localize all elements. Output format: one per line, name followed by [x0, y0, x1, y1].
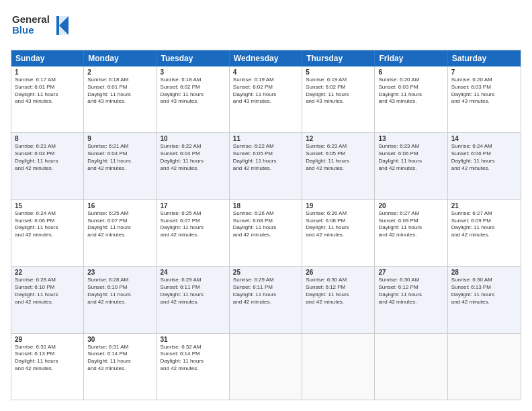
day-number: 9 [87, 135, 152, 142]
page: General Blue SundayMondayTuesdayWednesda… [0, 0, 532, 411]
day-info: Sunrise: 6:19 AMSunset: 6:02 PMDaylight:… [306, 77, 371, 105]
day-info: Sunrise: 6:20 AMSunset: 6:03 PMDaylight:… [378, 77, 443, 105]
day-number: 3 [161, 68, 226, 76]
day-cell-18: 18Sunrise: 6:26 AMSunset: 6:08 PMDayligh… [230, 200, 302, 266]
calendar-row-3: 15Sunrise: 6:24 AMSunset: 6:06 PMDayligh… [11, 200, 521, 267]
day-info: Sunrise: 6:22 AMSunset: 6:04 PMDaylight:… [161, 143, 226, 172]
day-number: 25 [233, 269, 298, 276]
day-number: 30 [87, 336, 152, 343]
day-number: 14 [451, 135, 517, 142]
day-number: 17 [161, 202, 226, 210]
calendar-row-1: 1Sunrise: 6:17 AMSunset: 6:01 PMDaylight… [11, 66, 521, 133]
day-cell-26: 26Sunrise: 6:30 AMSunset: 6:12 PMDayligh… [302, 267, 375, 332]
day-info: Sunrise: 6:31 AMSunset: 6:14 PMDaylight:… [87, 344, 152, 373]
day-info: Sunrise: 6:30 AMSunset: 6:13 PMDaylight:… [451, 277, 517, 306]
day-number: 7 [451, 68, 517, 76]
day-number: 16 [87, 202, 152, 210]
day-info: Sunrise: 6:24 AMSunset: 6:06 PMDaylight:… [451, 143, 517, 172]
calendar-row-5: 29Sunrise: 6:31 AMSunset: 6:13 PMDayligh… [11, 334, 521, 400]
day-cell-14: 14Sunrise: 6:24 AMSunset: 6:06 PMDayligh… [448, 133, 521, 199]
day-info: Sunrise: 6:21 AMSunset: 6:03 PMDaylight:… [15, 143, 80, 172]
day-info: Sunrise: 6:28 AMSunset: 6:10 PMDaylight:… [15, 277, 80, 306]
calendar-body: 1Sunrise: 6:17 AMSunset: 6:01 PMDaylight… [11, 66, 521, 400]
day-cell-30: 30Sunrise: 6:31 AMSunset: 6:14 PMDayligh… [84, 334, 157, 400]
day-number: 28 [451, 269, 517, 276]
day-info: Sunrise: 6:27 AMSunset: 6:09 PMDaylight:… [378, 210, 443, 239]
day-number: 2 [87, 68, 152, 76]
day-info: Sunrise: 6:30 AMSunset: 6:12 PMDaylight:… [378, 277, 443, 306]
day-cell-21: 21Sunrise: 6:27 AMSunset: 6:09 PMDayligh… [448, 200, 521, 266]
day-cell-13: 13Sunrise: 6:23 AMSunset: 6:06 PMDayligh… [375, 133, 447, 199]
day-cell-2: 2Sunrise: 6:18 AMSunset: 6:01 PMDaylight… [84, 66, 157, 132]
day-info: Sunrise: 6:21 AMSunset: 6:04 PMDaylight:… [87, 143, 152, 172]
day-cell-19: 19Sunrise: 6:26 AMSunset: 6:08 PMDayligh… [302, 200, 375, 266]
day-cell-15: 15Sunrise: 6:24 AMSunset: 6:06 PMDayligh… [11, 200, 84, 266]
day-cell-27: 27Sunrise: 6:30 AMSunset: 6:12 PMDayligh… [375, 267, 447, 332]
logo-content: General Blue [11, 11, 71, 43]
day-info: Sunrise: 6:32 AMSunset: 6:14 PMDaylight:… [161, 344, 226, 373]
svg-text:General: General [12, 13, 50, 25]
empty-cell-r4c6 [448, 334, 521, 400]
day-number: 23 [87, 269, 152, 276]
day-info: Sunrise: 6:23 AMSunset: 6:05 PMDaylight:… [306, 143, 371, 172]
calendar-row-2: 8Sunrise: 6:21 AMSunset: 6:03 PMDaylight… [11, 133, 521, 199]
day-number: 8 [15, 135, 80, 142]
day-info: Sunrise: 6:31 AMSunset: 6:13 PMDaylight:… [15, 344, 80, 373]
day-number: 10 [161, 135, 226, 142]
day-number: 31 [161, 336, 226, 343]
day-number: 26 [306, 269, 371, 276]
day-cell-7: 7Sunrise: 6:20 AMSunset: 6:03 PMDaylight… [448, 66, 521, 132]
empty-cell-r4c3 [230, 334, 302, 400]
weekday-header-thursday: Thursday [302, 50, 375, 66]
day-number: 21 [451, 202, 517, 210]
day-cell-1: 1Sunrise: 6:17 AMSunset: 6:01 PMDaylight… [11, 66, 84, 132]
logo: General Blue [11, 11, 71, 43]
day-info: Sunrise: 6:26 AMSunset: 6:08 PMDaylight:… [306, 210, 371, 239]
weekday-header-sunday: Sunday [11, 50, 84, 66]
day-number: 12 [306, 135, 371, 142]
day-cell-6: 6Sunrise: 6:20 AMSunset: 6:03 PMDaylight… [375, 66, 447, 132]
day-cell-25: 25Sunrise: 6:29 AMSunset: 6:11 PMDayligh… [230, 267, 302, 332]
day-number: 13 [378, 135, 443, 142]
day-info: Sunrise: 6:18 AMSunset: 6:01 PMDaylight:… [87, 77, 152, 105]
day-cell-11: 11Sunrise: 6:22 AMSunset: 6:05 PMDayligh… [230, 133, 302, 199]
day-cell-5: 5Sunrise: 6:19 AMSunset: 6:02 PMDaylight… [302, 66, 375, 132]
day-info: Sunrise: 6:22 AMSunset: 6:05 PMDaylight:… [233, 143, 298, 172]
day-number: 20 [378, 202, 443, 210]
weekday-header-monday: Monday [84, 50, 157, 66]
calendar-header: SundayMondayTuesdayWednesdayThursdayFrid… [11, 50, 521, 66]
day-info: Sunrise: 6:23 AMSunset: 6:06 PMDaylight:… [378, 143, 443, 172]
day-number: 19 [306, 202, 371, 210]
day-info: Sunrise: 6:26 AMSunset: 6:08 PMDaylight:… [233, 210, 298, 239]
day-cell-31: 31Sunrise: 6:32 AMSunset: 6:14 PMDayligh… [157, 334, 230, 400]
weekday-header-wednesday: Wednesday [230, 50, 302, 66]
day-info: Sunrise: 6:29 AMSunset: 6:11 PMDaylight:… [161, 277, 226, 306]
day-cell-16: 16Sunrise: 6:25 AMSunset: 6:07 PMDayligh… [84, 200, 157, 266]
day-info: Sunrise: 6:27 AMSunset: 6:09 PMDaylight:… [451, 210, 517, 239]
day-info: Sunrise: 6:20 AMSunset: 6:03 PMDaylight:… [451, 77, 517, 105]
empty-cell-r4c4 [302, 334, 375, 400]
day-cell-4: 4Sunrise: 6:19 AMSunset: 6:02 PMDaylight… [230, 66, 302, 132]
day-cell-22: 22Sunrise: 6:28 AMSunset: 6:10 PMDayligh… [11, 267, 84, 332]
day-cell-3: 3Sunrise: 6:18 AMSunset: 6:02 PMDaylight… [157, 66, 230, 132]
svg-rect-4 [56, 16, 59, 35]
day-info: Sunrise: 6:25 AMSunset: 6:07 PMDaylight:… [161, 210, 226, 239]
weekday-header-saturday: Saturday [448, 50, 521, 66]
weekday-header-tuesday: Tuesday [157, 50, 230, 66]
day-number: 27 [378, 269, 443, 276]
weekday-header-friday: Friday [375, 50, 447, 66]
day-number: 18 [233, 202, 298, 210]
day-number: 15 [15, 202, 80, 210]
day-cell-23: 23Sunrise: 6:28 AMSunset: 6:10 PMDayligh… [84, 267, 157, 332]
day-info: Sunrise: 6:17 AMSunset: 6:01 PMDaylight:… [15, 77, 80, 105]
day-info: Sunrise: 6:18 AMSunset: 6:02 PMDaylight:… [161, 77, 226, 105]
day-number: 22 [15, 269, 80, 276]
day-info: Sunrise: 6:29 AMSunset: 6:11 PMDaylight:… [233, 277, 298, 306]
day-cell-8: 8Sunrise: 6:21 AMSunset: 6:03 PMDaylight… [11, 133, 84, 199]
day-cell-29: 29Sunrise: 6:31 AMSunset: 6:13 PMDayligh… [11, 334, 84, 400]
day-number: 24 [161, 269, 226, 276]
day-cell-20: 20Sunrise: 6:27 AMSunset: 6:09 PMDayligh… [375, 200, 447, 266]
day-cell-12: 12Sunrise: 6:23 AMSunset: 6:05 PMDayligh… [302, 133, 375, 199]
svg-text:Blue: Blue [12, 24, 34, 36]
logo-svg: General Blue [11, 11, 71, 40]
